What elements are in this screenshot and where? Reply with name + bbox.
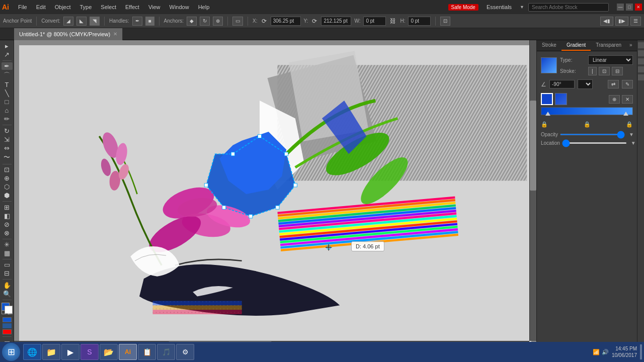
anchors-btn[interactable]: ◆ [187,17,197,26]
panel-expand-btn[interactable]: » [626,40,635,51]
zoom-tool[interactable]: 🔍 [2,290,13,298]
menu-select[interactable]: Select [97,3,120,11]
edit-gradient-btn[interactable]: ✎ [622,80,633,88]
gradient-stop-left[interactable] [545,112,550,116]
extra-btn-2[interactable] [638,50,644,56]
gradient-color-chip-2[interactable] [555,93,567,105]
menu-extra-btn[interactable]: ☰ [630,17,641,26]
link-icon[interactable]: ⛓ [389,17,397,26]
angle-select[interactable]: ▼ [578,79,593,89]
taskbar-music[interactable]: 🎵 [157,344,175,360]
menu-edit[interactable]: Edit [32,3,50,11]
scale-tool[interactable]: ⇲ [2,136,13,143]
handles-btn2[interactable]: ■ [145,17,154,26]
menu-window[interactable]: Window [166,3,193,11]
stroke-icon-3[interactable]: ⊟ [612,67,623,75]
angle-input[interactable] [549,80,575,88]
canvas-area[interactable]: D: 4.06 pt [14,40,536,348]
minimize-button[interactable]: — [617,4,624,11]
gradient-tab[interactable]: Gradient [561,40,591,51]
type-tool[interactable]: T [2,81,13,88]
transform-btn[interactable]: ⊡ [440,17,450,26]
artboard-tool[interactable]: ▭ [2,261,13,268]
menu-file[interactable]: File [14,3,31,11]
slice-tool[interactable]: ⊟ [2,269,13,277]
location-slider[interactable] [562,142,627,144]
warp-tool[interactable]: 〜 [2,153,13,162]
menu-type[interactable]: Type [76,3,96,11]
selection-tool[interactable]: ▸ [2,42,13,50]
workspace-selector[interactable]: Essentials [482,3,516,11]
delete-stop-btn[interactable]: ✕ [622,95,633,104]
scroll-thumb-v[interactable] [530,101,536,191]
column-graph-tool[interactable]: ▦ [2,249,13,257]
x-value-input[interactable] [271,17,301,26]
lock-icon-left[interactable]: 🔒 [541,121,548,128]
transparency-tab[interactable]: Transparen [591,40,626,51]
show-desktop-btn[interactable] [640,344,642,359]
handles-btn1[interactable]: ✒ [132,17,142,26]
reverse-gradient-btn[interactable]: ⇄ [608,80,619,88]
h-value-input[interactable] [408,17,431,26]
location-chevron[interactable]: ▼ [631,140,636,146]
close-button[interactable]: ✕ [635,4,642,11]
menu-help[interactable]: Help [194,3,214,11]
gradient-stop-right[interactable] [623,112,628,116]
direct-selection-tool[interactable]: ↗ [2,51,13,58]
lock-icon-right[interactable]: 🔒 [584,121,591,128]
taskbar-illustrator[interactable]: Ai [119,344,137,360]
panel-right-btn[interactable]: ▮▶ [615,17,628,26]
extra-btn-3[interactable] [638,58,644,64]
windows-start-button[interactable]: ⊞ [2,343,20,361]
line-tool[interactable]: ╲ [2,89,13,97]
taskbar-folder[interactable]: 📁 [42,344,60,360]
menu-object[interactable]: Object [51,3,75,11]
gradient-preview-swatch[interactable] [541,57,557,73]
w-value-input[interactable] [363,17,386,26]
perspective-grid-tool[interactable]: ⬢ [2,192,13,199]
y-value-input[interactable] [321,17,351,26]
menu-view[interactable]: View [144,3,165,11]
curvature-tool[interactable]: ⌒ [2,71,13,80]
taskbar-settings[interactable]: ⚙ [176,344,194,360]
stroke-swatch[interactable] [5,306,13,314]
stroke-icon-2[interactable]: ⊡ [599,67,610,75]
convert-btn3[interactable]: ◥ [90,17,100,26]
add-stop-btn[interactable]: ⊕ [609,95,620,104]
hand-tool[interactable]: ✋ [2,282,13,289]
gradient-bar[interactable] [541,107,633,115]
opacity-chevron[interactable]: ▼ [629,132,634,137]
search-input[interactable] [528,3,609,12]
paintbrush-tool[interactable]: ⌂ [2,107,13,114]
rotate-tool[interactable]: ↻ [2,127,13,135]
opacity-slider[interactable] [560,134,625,135]
extra-btn-5[interactable] [638,74,644,80]
stroke-tab[interactable]: Stroke [537,40,561,51]
width-tool[interactable]: ⇔ [2,144,13,152]
workspace-chevron[interactable]: ▼ [520,5,524,10]
convert-btn1[interactable]: ◢ [63,17,73,26]
system-clock[interactable]: 14:45 PM 10/06/2017 [612,345,637,358]
pen-tool[interactable]: ✒ [2,62,13,70]
lock-icon-far-right[interactable]: 🔒 [626,121,633,128]
eyedropper-tool[interactable]: ⊘ [2,221,13,228]
fill-mode-btn[interactable] [3,317,12,322]
panel-left-btn[interactable]: ◀▮ [600,17,613,26]
taskbar-ie[interactable]: 🌐 [23,344,41,360]
taskbar-media[interactable]: ▶ [61,344,79,360]
stroke-icon-1[interactable]: | [588,67,597,75]
document-tab[interactable]: Untitled-1* @ 800% (CMYK/Preview) ✕ [14,28,123,40]
shape-btn[interactable]: ▭ [232,17,243,26]
convert-btn2[interactable]: ◣ [76,17,87,26]
taskbar-extra1[interactable]: 📋 [138,344,156,360]
tab-close-btn[interactable]: ✕ [113,31,117,37]
pencil-tool[interactable]: ✏ [2,115,13,123]
symbol-sprayer-tool[interactable]: ✳ [2,241,13,248]
anchors-btn2[interactable]: ↻ [200,17,210,26]
mesh-tool[interactable]: ⊞ [2,204,13,211]
live-paint-tool[interactable]: ⬡ [2,183,13,191]
gradient-tool[interactable]: ◧ [2,212,13,220]
red-swatch[interactable] [3,329,12,334]
shape-builder-tool[interactable]: ⊕ [2,174,13,182]
extra-btn-1[interactable] [638,42,644,48]
